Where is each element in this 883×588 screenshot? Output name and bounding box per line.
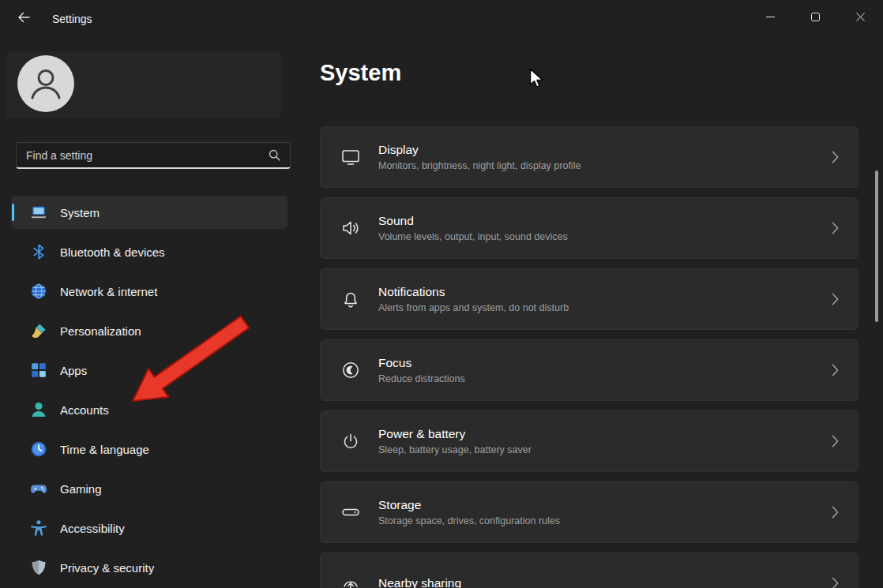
- sidebar-item-accessibility[interactable]: Accessibility: [11, 511, 287, 545]
- sound-icon: [340, 217, 362, 239]
- search-icon: [269, 149, 280, 161]
- card-text: Nearby sharing: [378, 576, 461, 588]
- sidebar-item-gaming[interactable]: Gaming: [11, 472, 287, 505]
- card-text: Storage Storage space, drives, configura…: [378, 498, 560, 526]
- user-avatar[interactable]: [17, 55, 74, 112]
- system-icon: [30, 204, 47, 221]
- card-title: Display: [378, 143, 581, 157]
- chevron-right-icon: [832, 577, 839, 588]
- settings-card-storage[interactable]: Storage Storage space, drives, configura…: [320, 481, 859, 543]
- sidebar-item-label: Accounts: [60, 403, 109, 417]
- network-icon: [30, 283, 47, 300]
- settings-card-display[interactable]: Display Monitors, brightness, night ligh…: [320, 126, 859, 188]
- search-box[interactable]: [16, 142, 291, 169]
- back-button[interactable]: [8, 6, 39, 32]
- sidebar-item-label: Accessibility: [60, 522, 125, 535]
- sidebar-item-system[interactable]: System: [11, 196, 287, 229]
- card-subtitle: Reduce distractions: [378, 373, 465, 384]
- sidebar-item-apps[interactable]: Apps: [11, 354, 287, 387]
- maximize-button[interactable]: [793, 0, 838, 35]
- sidebar-item-label: Gaming: [60, 482, 102, 496]
- scrollbar-thumb[interactable]: [875, 170, 878, 322]
- nearby-icon: [340, 572, 362, 588]
- window-controls: [748, 0, 883, 35]
- sidebar-item-privacy-security[interactable]: Privacy & security: [11, 551, 287, 584]
- close-icon: [856, 10, 865, 24]
- close-button[interactable]: [838, 0, 883, 35]
- card-text: Display Monitors, brightness, night ligh…: [378, 143, 581, 171]
- selected-indicator: [12, 204, 14, 221]
- settings-card-focus[interactable]: Focus Reduce distractions: [320, 339, 859, 401]
- power-icon: [340, 430, 362, 452]
- settings-card-sound[interactable]: Sound Volume levels, output, input, soun…: [320, 197, 859, 259]
- search-input[interactable]: [17, 143, 269, 167]
- card-title: Storage: [378, 498, 560, 512]
- card-text: Power & battery Sleep, battery usage, ba…: [378, 427, 532, 455]
- card-text: Sound Volume levels, output, input, soun…: [378, 214, 568, 242]
- settings-card-power-battery[interactable]: Power & battery Sleep, battery usage, ba…: [320, 410, 859, 472]
- titlebar: Settings: [0, 0, 883, 38]
- gaming-icon: [30, 480, 47, 497]
- personalization-icon: [30, 322, 47, 339]
- settings-card-notifications[interactable]: Notifications Alerts from apps and syste…: [320, 268, 859, 330]
- sidebar-item-label: Bluetooth & devices: [60, 245, 165, 259]
- page-title: System: [320, 60, 401, 86]
- chevron-right-icon: [832, 364, 839, 376]
- sidebar-item-label: System: [60, 206, 100, 219]
- sidebar-item-personalization[interactable]: Personalization: [11, 314, 287, 347]
- card-text: Focus Reduce distractions: [378, 356, 465, 384]
- chevron-right-icon: [832, 222, 839, 234]
- card-title: Sound: [378, 214, 568, 228]
- accessibility-icon: [30, 519, 47, 537]
- sidebar-item-bluetooth-devices[interactable]: Bluetooth & devices: [11, 235, 287, 268]
- display-icon: [340, 146, 362, 168]
- card-subtitle: Volume levels, output, input, sound devi…: [378, 231, 568, 242]
- sidebar-item-label: Time & language: [60, 443, 149, 456]
- sidebar-item-label: Network & internet: [60, 285, 157, 298]
- apps-icon: [30, 361, 47, 379]
- back-arrow-icon: [17, 12, 30, 26]
- card-subtitle: Alerts from apps and system, do not dist…: [378, 302, 569, 313]
- card-title: Nearby sharing: [378, 576, 461, 588]
- main-content: System Display Monitors, brightness, nig…: [320, 38, 883, 588]
- time-icon: [30, 440, 47, 458]
- window-title: Settings: [52, 13, 92, 25]
- card-subtitle: Sleep, battery usage, battery saver: [378, 444, 532, 455]
- notifications-icon: [340, 288, 362, 310]
- minimize-icon: [766, 10, 775, 24]
- minimize-button[interactable]: [748, 0, 793, 35]
- sidebar-item-accounts[interactable]: Accounts: [11, 393, 287, 426]
- focus-icon: [340, 359, 362, 381]
- sidebar-item-label: Personalization: [60, 324, 141, 338]
- settings-card-list: Display Monitors, brightness, night ligh…: [320, 126, 859, 588]
- settings-card-nearby-sharing[interactable]: Nearby sharing: [320, 552, 859, 588]
- maximize-icon: [811, 10, 820, 24]
- person-icon: [17, 101, 74, 114]
- card-title: Power & battery: [378, 427, 532, 441]
- card-text: Notifications Alerts from apps and syste…: [378, 285, 569, 313]
- card-subtitle: Storage space, drives, configuration rul…: [378, 515, 560, 526]
- sidebar-item-label: Privacy & security: [60, 561, 154, 575]
- sidebar-nav: System Bluetooth & devices Network & int…: [11, 196, 287, 588]
- card-title: Focus: [378, 356, 465, 370]
- chevron-right-icon: [832, 435, 839, 448]
- sidebar-item-time-language[interactable]: Time & language: [11, 433, 287, 466]
- storage-icon: [340, 501, 362, 523]
- sidebar-item-network-internet[interactable]: Network & internet: [11, 275, 287, 308]
- bluetooth-icon: [30, 243, 47, 260]
- card-subtitle: Monitors, brightness, night light, displ…: [378, 160, 581, 171]
- sidebar-item-label: Apps: [60, 364, 87, 377]
- privacy-icon: [30, 559, 47, 576]
- accounts-icon: [30, 401, 47, 418]
- sidebar: System Bluetooth & devices Network & int…: [0, 38, 294, 588]
- card-title: Notifications: [378, 285, 569, 299]
- chevron-right-icon: [832, 506, 839, 519]
- chevron-right-icon: [832, 293, 839, 305]
- chevron-right-icon: [832, 151, 839, 163]
